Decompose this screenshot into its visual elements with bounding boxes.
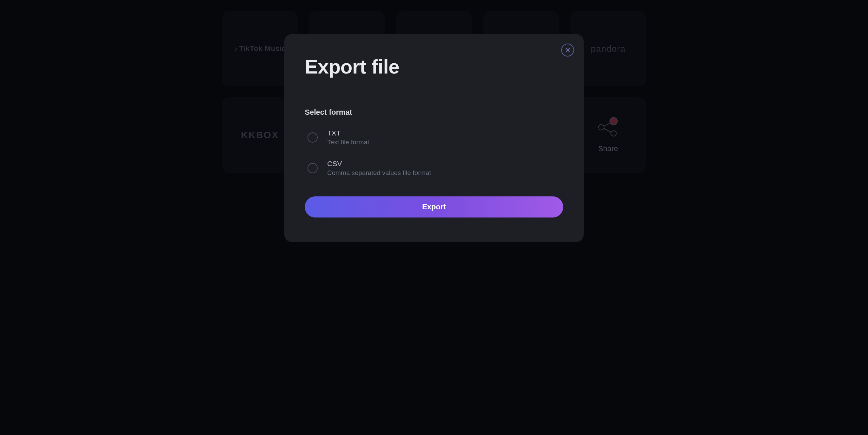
modal-overlay: Export file Select format TXT Text file …: [0, 0, 868, 435]
section-label: Select format: [305, 108, 563, 117]
radio-option-txt[interactable]: TXT Text file format: [307, 129, 563, 146]
radio-text: CSV Comma separated values file format: [327, 160, 431, 177]
radio-option-csv[interactable]: CSV Comma separated values file format: [307, 160, 563, 177]
radio-icon: [307, 163, 318, 173]
export-button[interactable]: Export: [305, 196, 563, 218]
export-file-modal: Export file Select format TXT Text file …: [284, 34, 584, 242]
radio-title: TXT: [327, 129, 369, 137]
radio-description: Comma separated values file format: [327, 169, 431, 177]
modal-title: Export file: [305, 55, 563, 78]
radio-icon: [307, 132, 318, 143]
radio-description: Text file format: [327, 139, 369, 146]
format-radio-group: TXT Text file format CSV Comma separated…: [305, 129, 563, 177]
close-button[interactable]: [561, 44, 574, 57]
radio-title: CSV: [327, 160, 431, 168]
radio-text: TXT Text file format: [327, 129, 369, 146]
close-icon: [565, 48, 570, 52]
